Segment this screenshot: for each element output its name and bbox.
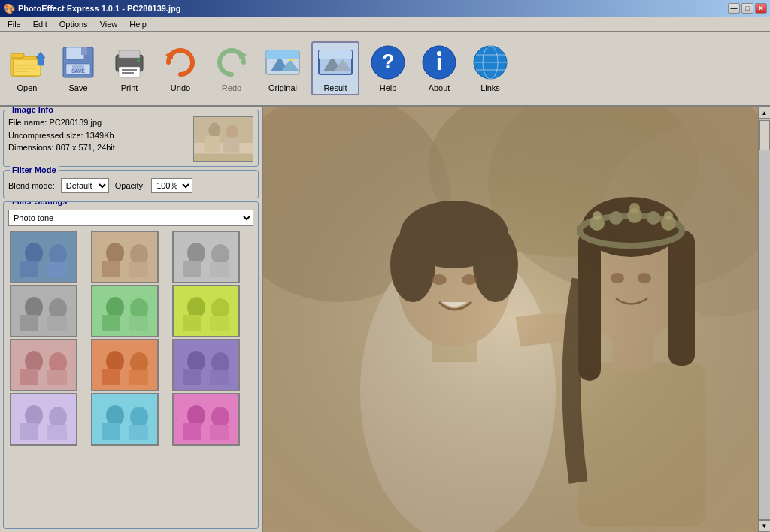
svg-point-100 [130,407,148,428]
filter-mode-row: Blend mode: Default Normal Multiply Scre… [8,178,253,193]
svg-point-75 [211,298,229,319]
svg-rect-66 [47,316,67,331]
opacity-select[interactable]: 100% 90% 80% 70% 60% 50% [151,178,192,193]
svg-rect-9 [81,47,87,55]
original-button[interactable]: Original [260,43,305,94]
filter-settings-title: Filter Settings [10,201,69,206]
filter-thumb-12[interactable] [172,393,240,446]
svg-point-60 [211,244,229,265]
save-icon: SAVE [60,44,96,80]
opacity-label: Opacity: [115,181,145,190]
svg-point-65 [49,298,67,319]
save-button[interactable]: SAVE Save [56,43,101,94]
menu-help[interactable]: Help [125,19,151,29]
svg-rect-14 [119,50,140,58]
close-button[interactable]: ✕ [755,3,767,14]
svg-rect-106 [210,425,229,440]
open-icon [9,44,45,80]
scroll-down-button[interactable]: ▼ [759,520,771,532]
svg-rect-2 [14,59,41,76]
svg-point-18 [137,59,140,62]
svg-point-98 [106,405,124,426]
image-info-content: File name: PC280139.jpg Uncompressed siz… [8,116,253,162]
original-icon [265,44,301,80]
links-button[interactable]: Links [468,43,513,94]
blend-mode-label: Blend mode: [8,181,55,190]
result-button[interactable]: Result [311,41,359,95]
dimensions-label: Dimensions: 807 x 571, 24bit [8,141,187,154]
app-icon: 🎨 [3,3,15,14]
menu-file[interactable]: File [3,19,26,29]
help-button[interactable]: ? Help [365,43,411,94]
filter-thumb-3[interactable] [172,231,240,283]
filter-thumb-5[interactable] [91,285,159,337]
filename-label: File name: PC280139.jpg [8,116,187,129]
redo-label: Redo [222,83,241,92]
filter-grid [8,229,253,447]
image-info-section: Image Info File name: PC280139.jpg Uncom… [3,110,259,167]
window-title: PhotoEffect Express 1.0.1 - PC280139.jpg [18,4,180,13]
svg-rect-17 [122,72,134,74]
about-icon: i [421,44,457,80]
svg-point-90 [211,352,229,373]
svg-rect-104 [183,423,201,440]
undo-label: Undo [171,83,190,92]
svg-point-55 [130,244,148,265]
redo-icon [214,44,250,80]
menu-options[interactable]: Options [55,19,92,29]
svg-rect-96 [47,425,67,440]
filter-thumb-1[interactable] [10,231,77,283]
links-label: Links [480,83,500,92]
title-bar-text: 🎨 PhotoEffect Express 1.0.1 - PC280139.j… [3,3,180,14]
svg-rect-79 [20,369,38,385]
right-scrollbar: ▲ ▼ [758,107,770,532]
maximize-button[interactable]: □ [741,3,753,14]
scroll-track [759,119,771,520]
svg-point-50 [49,244,67,265]
filter-thumb-4[interactable] [10,285,77,337]
main-content: Image Info File name: PC280139.jpg Uncom… [0,107,770,532]
svg-point-83 [106,351,124,372]
toolbar: Open SAVE Save Pr [0,32,770,107]
filter-thumb-6[interactable] [172,285,240,337]
scroll-thumb[interactable] [759,120,770,150]
help-label: Help [380,83,397,92]
svg-rect-71 [129,316,148,331]
svg-rect-16 [122,69,137,71]
svg-rect-41 [194,117,253,143]
svg-rect-91 [210,370,229,385]
svg-rect-99 [102,423,120,440]
about-button[interactable]: i About [417,43,462,94]
svg-rect-29 [319,50,352,59]
filter-thumb-2[interactable] [91,231,159,283]
filter-mode-title: Filter Mode [10,165,59,174]
filter-thumb-7[interactable] [10,339,77,391]
title-bar-buttons: — □ ✕ [728,3,767,14]
undo-button[interactable]: Undo [158,43,203,94]
filter-settings-section: Filter Settings Photo tone Vintage Sepia… [3,201,259,529]
print-button[interactable]: Print [107,43,152,94]
svg-text:?: ? [381,50,394,73]
title-bar: 🎨 PhotoEffect Express 1.0.1 - PC280139.j… [0,0,770,17]
svg-rect-59 [183,261,201,277]
svg-rect-64 [20,315,38,331]
open-button[interactable]: Open [5,43,50,94]
filter-thumb-8[interactable] [91,339,159,391]
svg-rect-45 [223,138,239,153]
filter-type-select[interactable]: Photo tone Vintage Sepia Black & White C… [8,210,253,226]
menu-view[interactable]: View [95,19,123,29]
svg-rect-84 [102,369,120,385]
filter-thumb-10[interactable] [10,393,77,446]
svg-point-85 [130,352,148,373]
scroll-up-button[interactable]: ▲ [759,107,771,119]
size-label: Uncompressed size: 1349Kb [8,129,187,142]
filter-thumb-11[interactable] [91,393,159,446]
blend-mode-select[interactable]: Default Normal Multiply Screen Overlay [61,178,109,193]
minimize-button[interactable]: — [728,3,740,14]
menu-edit[interactable]: Edit [29,19,52,29]
svg-rect-86 [129,370,148,385]
redo-button[interactable]: Redo [209,43,254,94]
open-label: Open [17,83,38,92]
about-label: About [429,83,450,92]
filter-thumb-9[interactable] [172,339,240,391]
